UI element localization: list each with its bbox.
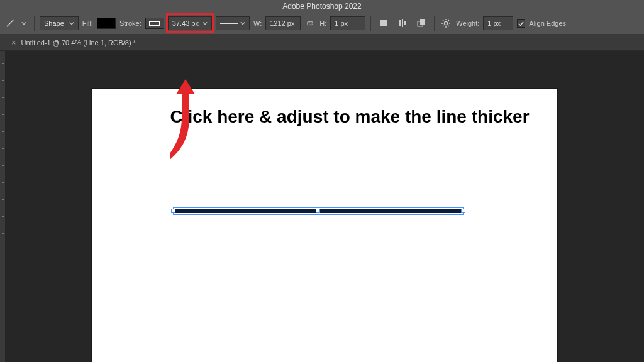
app-title: Adobe Photoshop 2022 xyxy=(282,2,361,11)
line-shape[interactable] xyxy=(174,208,463,214)
stroke-style-dropdown[interactable] xyxy=(216,16,250,30)
svg-rect-2 xyxy=(402,19,403,27)
fill-label: Fill: xyxy=(82,19,93,27)
weight-input[interactable] xyxy=(483,16,513,30)
tool-preset-dropdown[interactable] xyxy=(19,16,29,31)
fill-swatch[interactable] xyxy=(97,18,116,29)
path-operations-icon[interactable] xyxy=(376,16,391,31)
stroke-swatch[interactable] xyxy=(145,18,164,29)
document-tab[interactable]: × Untitled-1 @ 70.4% (Line 1, RGB/8) * xyxy=(5,35,142,50)
selection-handle[interactable] xyxy=(316,209,320,213)
height-label: H: xyxy=(319,19,326,27)
annotation-text: Click here & adjust to make the line thi… xyxy=(167,105,532,129)
svg-rect-3 xyxy=(404,21,406,25)
svg-rect-0 xyxy=(380,20,387,26)
svg-rect-1 xyxy=(399,20,401,26)
divider xyxy=(34,16,35,31)
canvas-area[interactable]: Click here & adjust to make the line thi… xyxy=(5,51,644,362)
stroke-label: Stroke: xyxy=(119,19,142,27)
stroke-width-input[interactable]: 37.43 px xyxy=(168,16,212,30)
width-label: W: xyxy=(253,19,262,27)
title-bar: Adobe Photoshop 2022 xyxy=(0,0,644,13)
path-arrangement-icon[interactable] xyxy=(414,16,429,31)
svg-rect-5 xyxy=(420,19,425,25)
selection-handle[interactable] xyxy=(461,209,465,213)
height-input[interactable] xyxy=(330,16,365,30)
line-tool-icon xyxy=(5,14,15,33)
shape-mode-label: Shape xyxy=(44,19,64,27)
stroke-width-value: 37.43 px xyxy=(172,19,199,27)
divider xyxy=(434,16,435,31)
left-ruler xyxy=(0,51,5,362)
gear-icon[interactable] xyxy=(440,17,452,30)
shape-mode-dropdown[interactable]: Shape xyxy=(40,16,79,30)
align-edges-checkbox[interactable] xyxy=(517,19,525,28)
weight-label: Weight: xyxy=(456,19,479,27)
link-dimensions-icon[interactable] xyxy=(304,16,316,30)
svg-point-6 xyxy=(445,22,448,25)
path-alignment-icon[interactable] xyxy=(395,16,410,31)
divider xyxy=(370,16,371,31)
workspace: Click here & adjust to make the line thi… xyxy=(0,51,644,362)
document-tab-bar: × Untitled-1 @ 70.4% (Line 1, RGB/8) * xyxy=(0,35,644,51)
align-edges-label: Align Edges xyxy=(529,19,566,27)
options-bar: Shape Fill: Stroke: 37.43 px W: H: xyxy=(0,13,644,35)
width-input[interactable] xyxy=(265,16,301,30)
close-icon[interactable]: × xyxy=(11,38,16,47)
canvas[interactable]: Click here & adjust to make the line thi… xyxy=(92,89,557,362)
document-tab-title: Untitled-1 @ 70.4% (Line 1, RGB/8) * xyxy=(21,39,136,47)
selection-handle[interactable] xyxy=(171,209,175,213)
